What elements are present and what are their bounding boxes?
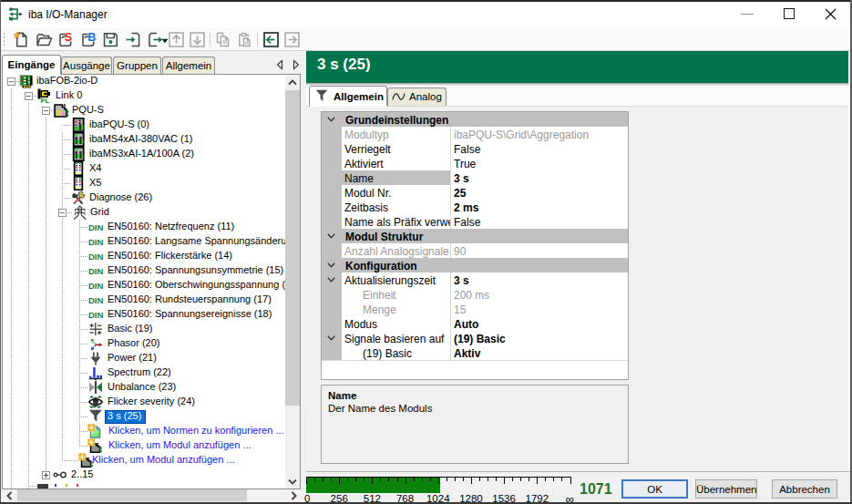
svg-text:S: S [56, 108, 62, 118]
svg-text:S: S [65, 31, 72, 44]
svg-text:B: B [87, 31, 96, 44]
svg-text:FL: FL [41, 97, 50, 103]
